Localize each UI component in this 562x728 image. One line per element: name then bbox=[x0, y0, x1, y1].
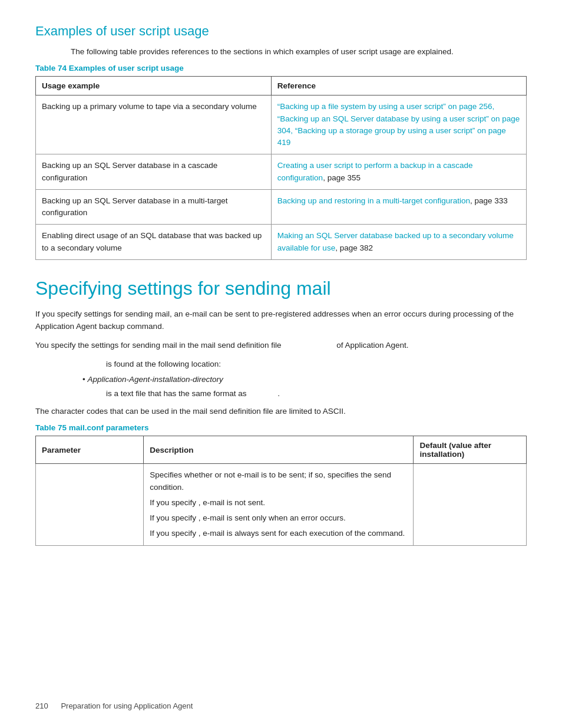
table75-header-desc: Description bbox=[144, 436, 414, 464]
table74: Usage example Reference Backing up a pri… bbox=[35, 76, 527, 260]
table75-header-param: Parameter bbox=[36, 436, 144, 464]
table75-caption: Table 75 mail.conf parameters bbox=[35, 423, 527, 432]
section1-title: Examples of user script usage bbox=[35, 24, 527, 39]
table74-row4-usage: Enabling direct usage of an SQL database… bbox=[36, 225, 272, 260]
table-row: Specifies whether or not e-mail is to be… bbox=[36, 464, 527, 545]
table74-caption: Table 74 Examples of user script usage bbox=[35, 64, 527, 73]
table75: Parameter Description Default (value aft… bbox=[35, 436, 527, 545]
section2-para4-end: . bbox=[277, 389, 280, 398]
table74-row2-usage: Backing up an SQL Server database in a c… bbox=[36, 154, 272, 190]
section2-para4-start: is a text file that has the same format … bbox=[106, 389, 247, 398]
section2-title: Specifying settings for sending mail bbox=[35, 278, 527, 299]
section2-bullet: Application-Agent-installation-directory bbox=[82, 375, 527, 384]
table75-desc-p1: Specifies whether or not e-mail is to be… bbox=[150, 469, 407, 493]
section1-intro: The following table provides references … bbox=[71, 46, 527, 58]
table74-row4-link[interactable]: Making an SQL Server database backed up … bbox=[277, 231, 514, 252]
table74-row1-link[interactable]: “Backing up a file system by using a use… bbox=[277, 102, 520, 147]
table74-row1-ref: “Backing up a file system by using a use… bbox=[271, 95, 526, 154]
page-number: 210 bbox=[35, 701, 48, 710]
table75-row1-desc: Specifies whether or not e-mail is to be… bbox=[144, 464, 414, 545]
section2-para4: is a text file that has the same format … bbox=[106, 387, 527, 400]
table74-row2-ref: Creating a user script to perform a back… bbox=[271, 154, 526, 190]
table75-row1-param bbox=[36, 464, 144, 545]
table75-desc-p4: If you specify , e-mail is always sent f… bbox=[150, 528, 407, 539]
section2-para5: The character codes that can be used in … bbox=[35, 405, 527, 418]
table74-row3-link[interactable]: Backing up and restoring in a multi-targ… bbox=[277, 196, 470, 205]
section2-para1: If you specify settings for sending mail… bbox=[35, 308, 527, 333]
table-row: Backing up a primary volume to tape via … bbox=[36, 95, 527, 154]
table75-desc-p3: If you specify , e-mail is sent only whe… bbox=[150, 512, 407, 524]
table75-desc-p2: If you specify , e-mail is not sent. bbox=[150, 497, 407, 509]
table74-row3-usage: Backing up an SQL Server database in a m… bbox=[36, 189, 272, 225]
table74-header-reference: Reference bbox=[271, 77, 526, 95]
table75-header-default: Default (value after installation) bbox=[414, 436, 527, 464]
table74-header-usage: Usage example bbox=[36, 77, 272, 95]
section2-para2-start: You specify the settings for sending mai… bbox=[35, 341, 282, 350]
table75-row1-default bbox=[414, 464, 527, 545]
section2-para3: is found at the following location: bbox=[106, 358, 527, 371]
table74-row1-usage: Backing up a primary volume to tape via … bbox=[36, 95, 272, 154]
table-row: Backing up an SQL Server database in a c… bbox=[36, 154, 527, 190]
table-row: Backing up an SQL Server database in a m… bbox=[36, 189, 527, 225]
table-row: Enabling direct usage of an SQL database… bbox=[36, 225, 527, 260]
page-footer: 210 Preparation for using Application Ag… bbox=[35, 701, 193, 710]
table74-row3-ref: Backing up and restoring in a multi-targ… bbox=[271, 189, 526, 225]
section2-para2-end: of Application Agent. bbox=[336, 341, 408, 350]
footer-text: Preparation for using Application Agent bbox=[61, 701, 193, 710]
table74-row4-ref: Making an SQL Server database backed up … bbox=[271, 225, 526, 260]
section2-para2: You specify the settings for sending mai… bbox=[35, 339, 527, 352]
table74-row2-link[interactable]: Creating a user script to perform a back… bbox=[277, 161, 473, 182]
